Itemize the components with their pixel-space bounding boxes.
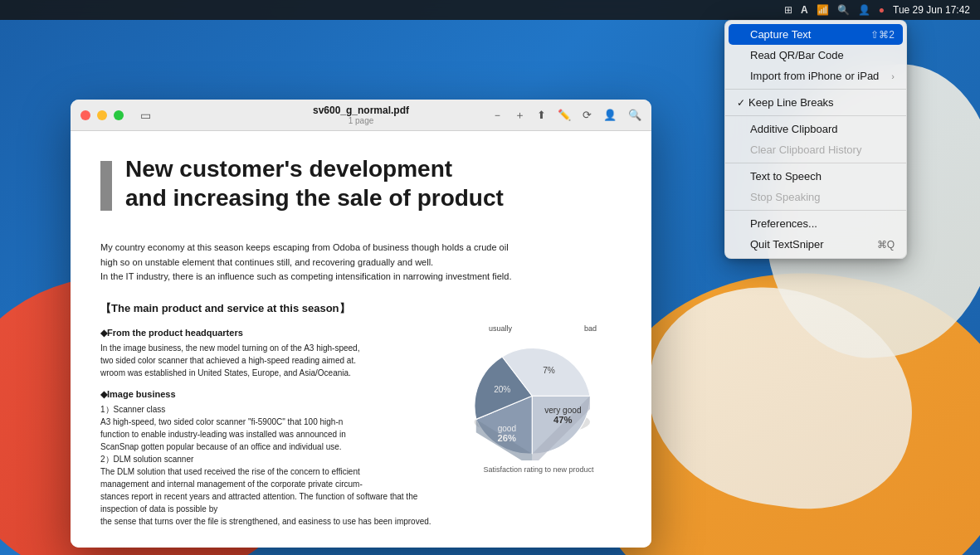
menu-item-label-additive-clipboard: Additive Clipboard [750,123,838,135]
pdf-sub2-heading: ◆Image business [100,389,439,400]
pdf-window: ▭ sv600_g_normal.pdf 1 page － ＋ ⬆ ✏️ ⟳ 👤… [71,100,651,548]
menu-separator [725,163,906,163]
pie-chart: usually bad [456,328,605,460]
checkmark-icon: ✓ [737,97,745,109]
find-icon[interactable]: 🔍 [628,109,641,121]
menu-separator [725,210,906,211]
menu-item-label-quit: Quit TextSniper [750,238,824,251]
window-titlebar: ▭ sv600_g_normal.pdf 1 page － ＋ ⬆ ✏️ ⟳ 👤… [71,100,651,131]
window-title: sv600_g_normal.pdf [313,105,409,116]
pdf-content[interactable]: New customer's development and increasin… [71,131,651,548]
chart-bad-label: 7% [543,366,555,375]
menu-item-label-preferences: Preferences... [750,217,817,230]
menu-item-shortcut-quit: ⌘Q [877,239,895,251]
pdf-section-heading: 【The main product and service at this se… [100,301,622,316]
alert-icon[interactable]: ● [879,4,885,16]
menu-item-stop-speaking: Stop Speaking [725,187,906,207]
pdf-sub1-text: In the image business, the new model tur… [100,342,439,379]
chart-label-usually: usually [489,324,512,333]
menubar-time: Tue 29 Jun 17:42 [893,4,970,16]
contact-icon[interactable]: 👤 [603,109,617,121]
menu-item-label-text-to-speech: Text to Speech [750,170,822,183]
pdf-sub1-heading: ◆From the product headquarters [100,328,439,338]
pdf-sub2: ◆Image business 1）Scanner class A3 high-… [100,389,439,528]
search-icon[interactable]: 🔍 [837,4,850,16]
pdf-chart-column: usually bad [456,328,622,474]
window-subtitle: 1 page [313,116,409,125]
pdf-two-col: ◆From the product headquarters In the im… [100,328,622,538]
wifi-icon[interactable]: 📶 [817,4,829,16]
zoom-in-icon[interactable]: ＋ [514,108,525,123]
text-a-icon[interactable]: A [801,4,808,16]
chart-good-label: good [498,424,517,433]
menu-item-quit[interactable]: Quit TextSniper⌘Q [725,234,906,255]
menubar: ⊞ A 📶 🔍 👤 ● Tue 29 Jun 17:42 [0,0,980,20]
menu-item-label-stop-speaking: Stop Speaking [750,191,821,203]
rotate-icon[interactable]: ⟳ [583,109,592,121]
sidebar-icon: ▭ [140,109,151,122]
pdf-main-title: New customer's development and increasin… [125,154,504,212]
menu-item-label-clear-clipboard: Clear Clipboard History [750,144,861,156]
chart-label-bad: bad [584,324,597,333]
menu-item-preferences[interactable]: Preferences... [725,213,906,234]
minimize-button[interactable] [97,110,107,120]
markup-icon[interactable]: ✏️ [558,109,571,121]
chart-very-good-label: very good [544,405,581,414]
sidebar-toggle[interactable]: ▭ [140,109,151,122]
pdf-sub1: ◆From the product headquarters In the im… [100,328,439,379]
chart-usually-label: 20% [494,385,510,394]
menu-separator [725,115,906,116]
pie-chart-svg: very good 47% good 26% 20% 7% [456,328,605,460]
menu-item-read-qr[interactable]: Read QR/Bar Code [725,45,906,66]
menu-item-keep-line-breaks[interactable]: ✓Keep Line Breaks [725,92,906,113]
menu-item-label-read-qr: Read QR/Bar Code [750,49,844,61]
menu-item-label-import-iphone: Import from iPhone or iPad [750,70,879,82]
grid-icon[interactable]: ⊞ [784,4,792,16]
chart-47-label: 47% [553,415,573,425]
share-icon[interactable]: ⬆ [537,109,546,121]
menu-separator [725,89,906,90]
menu-item-label-keep-line-breaks: Keep Line Breaks [748,96,834,109]
cast-icon[interactable]: 👤 [858,4,870,16]
chart-26-label: 26% [498,433,517,443]
pdf-text-column: ◆From the product headquarters In the im… [100,328,439,538]
zoom-out-icon[interactable]: － [492,108,503,123]
menubar-right: ⊞ A 📶 🔍 👤 ● Tue 29 Jun 17:42 [784,4,970,16]
menu-item-import-iphone[interactable]: Import from iPhone or iPad› [725,66,906,86]
menu-item-additive-clipboard[interactable]: Additive Clipboard [725,119,906,139]
menu-item-shortcut-capture-text: ⇧⌘2 [870,29,895,41]
toolbar-icons: － ＋ ⬆ ✏️ ⟳ 👤 🔍 [492,108,641,123]
menu-item-text-to-speech[interactable]: Text to Speech [725,166,906,187]
menu-item-clear-clipboard: Clear Clipboard History [725,139,906,160]
menu-item-label-capture-text: Capture Text [750,28,811,41]
menu-item-capture-text[interactable]: Capture Text⇧⌘2 [729,24,903,45]
submenu-arrow-icon: › [891,71,895,81]
pdf-sub2-text: 1）Scanner class A3 high-speed, two sided… [100,403,439,528]
maximize-button[interactable] [114,110,124,120]
chart-caption: Satisfaction rating to new product [456,465,622,474]
title-area: sv600_g_normal.pdf 1 page [313,105,409,125]
context-menu: Capture Text⇧⌘2Read QR/Bar CodeImport fr… [724,20,907,259]
pdf-paragraph1: My country economy at this season keeps … [100,241,622,285]
close-button[interactable] [80,110,90,120]
